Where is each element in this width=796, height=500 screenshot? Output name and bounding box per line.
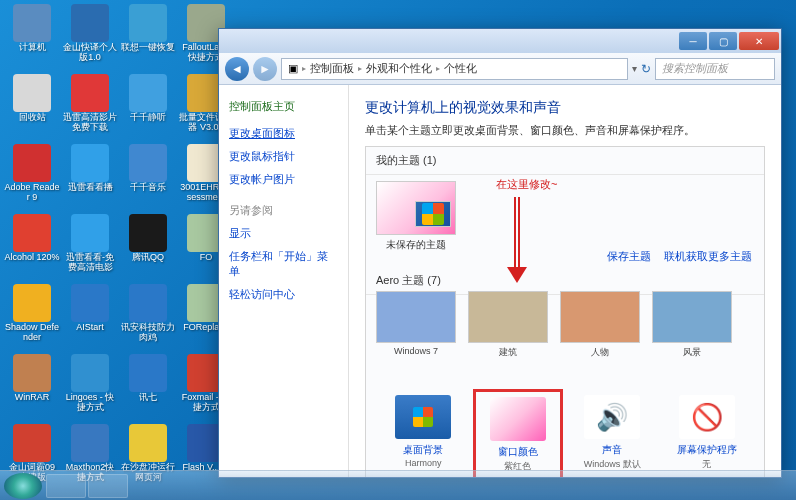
theme-item[interactable]: 人物 <box>560 291 640 359</box>
desktop-icon[interactable]: 联想一键恢复 <box>120 4 176 70</box>
start-button[interactable] <box>4 473 42 499</box>
sidebar-link[interactable]: 显示 <box>229 226 338 241</box>
app-icon <box>13 284 51 322</box>
app-icon <box>71 354 109 392</box>
icon-label: 腾讯QQ <box>132 253 164 263</box>
taskbar[interactable] <box>0 470 796 500</box>
save-theme-link[interactable]: 保存主题 <box>607 250 651 262</box>
app-icon <box>13 354 51 392</box>
personalization-window: ─ ▢ ✕ ◄ ► ▣ ▸ 控制面板 ▸ 外观和个性化 ▸ 个性化 ▾ ↻ 搜索… <box>218 28 782 478</box>
app-icon <box>129 284 167 322</box>
minimize-button[interactable]: ─ <box>679 32 707 50</box>
desktop-icon[interactable]: 迅雷看看播 <box>62 144 118 210</box>
desktop-icon[interactable]: Alcohol 120% <box>4 214 60 280</box>
my-themes-heading: 我的主题 (1) <box>366 147 764 175</box>
icon-label: 联想一键恢复 <box>121 43 175 53</box>
app-icon <box>129 144 167 182</box>
desktop-icon[interactable]: WinRAR <box>4 354 60 420</box>
taskbar-item[interactable] <box>46 474 86 498</box>
page-title: 更改计算机上的视觉效果和声音 <box>365 99 765 117</box>
icon-label: Lingoes - 快捷方式 <box>62 393 118 413</box>
icon-label: 迅雷看看播 <box>68 183 113 193</box>
icon-label: Shadow Defender <box>4 323 60 343</box>
icon-label: 回收站 <box>19 113 46 123</box>
icon-label: Adobe Reader 9 <box>4 183 60 203</box>
app-icon <box>71 4 109 42</box>
maximize-button[interactable]: ▢ <box>709 32 737 50</box>
address-bar[interactable]: ▣ ▸ 控制面板 ▸ 外观和个性化 ▸ 个性化 <box>281 58 628 80</box>
sidebar-link[interactable]: 更改鼠标指针 <box>229 149 338 164</box>
app-icon <box>13 424 51 462</box>
icon-label: FO <box>200 253 213 263</box>
app-icon <box>13 4 51 42</box>
sounds-option[interactable]: 🔊 声音 Windows 默认 <box>573 395 651 475</box>
app-icon <box>129 214 167 252</box>
app-icon <box>129 4 167 42</box>
desktop-background-option[interactable]: 桌面背景 Harmony <box>384 395 462 475</box>
app-icon <box>71 74 109 112</box>
titlebar: ─ ▢ ✕ <box>219 29 781 53</box>
theme-item[interactable]: Windows 7 <box>376 291 456 359</box>
see-also-heading: 另请参阅 <box>229 203 338 218</box>
icon-label: Alcohol 120% <box>4 253 59 263</box>
app-icon <box>13 214 51 252</box>
crumb[interactable]: 控制面板 <box>310 61 354 76</box>
themes-panel: 我的主题 (1) 未保存的主题 在这里修改~ 保存主题 联机获取更多主题 Aer <box>365 146 765 477</box>
app-icon <box>71 144 109 182</box>
desktop-icon[interactable]: Adobe Reader 9 <box>4 144 60 210</box>
sidebar-link[interactable]: 任务栏和「开始」菜单 <box>229 249 338 279</box>
desktop-icon[interactable]: 迅雷高清影片免费下载 <box>62 74 118 140</box>
crumb[interactable]: 个性化 <box>444 61 477 76</box>
desktop-icon[interactable]: 金山快译个人版1.0 <box>62 4 118 70</box>
desktop-icon[interactable]: Lingoes - 快捷方式 <box>62 354 118 420</box>
desktop-icon[interactable]: 迅雷看看-免费高清电影 <box>62 214 118 280</box>
get-more-themes-link[interactable]: 联机获取更多主题 <box>664 250 752 262</box>
icon-label: 讯安科技防力肉鸡 <box>120 323 176 343</box>
desktop-icon[interactable]: Shadow Defender <box>4 284 60 350</box>
icon-label: 讯七 <box>139 393 157 403</box>
theme-item-unsaved[interactable]: 未保存的主题 <box>376 181 456 252</box>
app-icon <box>129 74 167 112</box>
taskbar-item[interactable] <box>88 474 128 498</box>
app-icon <box>71 424 109 462</box>
desktop-icon[interactable]: 讯安科技防力肉鸡 <box>120 284 176 350</box>
back-button[interactable]: ◄ <box>225 57 249 81</box>
desktop-icon[interactable]: 千千静听 <box>120 74 176 140</box>
theme-thumb <box>376 181 456 235</box>
icon-label: 迅雷看看-免费高清电影 <box>62 253 118 273</box>
desktop-icon[interactable]: 计算机 <box>4 4 60 70</box>
icon-label: 千千静听 <box>130 113 166 123</box>
icon-label: 计算机 <box>19 43 46 53</box>
navbar: ◄ ► ▣ ▸ 控制面板 ▸ 外观和个性化 ▸ 个性化 ▾ ↻ 搜索控制面板 <box>219 53 781 85</box>
search-input[interactable]: 搜索控制面板 <box>655 58 775 80</box>
desktop-icon[interactable]: AIStart <box>62 284 118 350</box>
desktop-icon[interactable]: 腾讯QQ <box>120 214 176 280</box>
sidebar-link[interactable]: 轻松访问中心 <box>229 287 338 302</box>
desktop-icon[interactable]: 千千音乐 <box>120 144 176 210</box>
icon-label: 千千音乐 <box>130 183 166 193</box>
theme-item[interactable]: 风景 <box>652 291 732 359</box>
icon-label: WinRAR <box>15 393 50 403</box>
crumb[interactable]: 外观和个性化 <box>366 61 432 76</box>
screensaver-icon: 🚫 <box>679 395 735 439</box>
icon-label: AIStart <box>76 323 104 333</box>
sidebar: 控制面板主页 更改桌面图标 更改鼠标指针 更改帐户图片 另请参阅 显示 任务栏和… <box>219 85 349 477</box>
sidebar-link[interactable]: 更改桌面图标 <box>229 126 338 141</box>
desktop-icon[interactable]: 回收站 <box>4 74 60 140</box>
app-icon <box>13 74 51 112</box>
page-subtitle: 单击某个主题立即更改桌面背景、窗口颜色、声音和屏幕保护程序。 <box>365 123 765 138</box>
theme-item[interactable]: 建筑 <box>468 291 548 359</box>
annotation-text: 在这里修改~ <box>496 177 557 192</box>
app-icon <box>71 284 109 322</box>
screensaver-option[interactable]: 🚫 屏幕保护程序 无 <box>668 395 746 475</box>
main-content: 更改计算机上的视觉效果和声音 单击某个主题立即更改桌面背景、窗口颜色、声音和屏幕… <box>349 85 781 477</box>
control-panel-home-link[interactable]: 控制面板主页 <box>229 99 338 114</box>
close-button[interactable]: ✕ <box>739 32 779 50</box>
app-icon <box>13 144 51 182</box>
desktop-icon[interactable]: 讯七 <box>120 354 176 420</box>
icon-label: 金山快译个人版1.0 <box>62 43 118 63</box>
sidebar-link[interactable]: 更改帐户图片 <box>229 172 338 187</box>
window-color-option[interactable]: 窗口颜色 紫红色 <box>479 395 557 475</box>
app-icon <box>129 424 167 462</box>
forward-button[interactable]: ► <box>253 57 277 81</box>
